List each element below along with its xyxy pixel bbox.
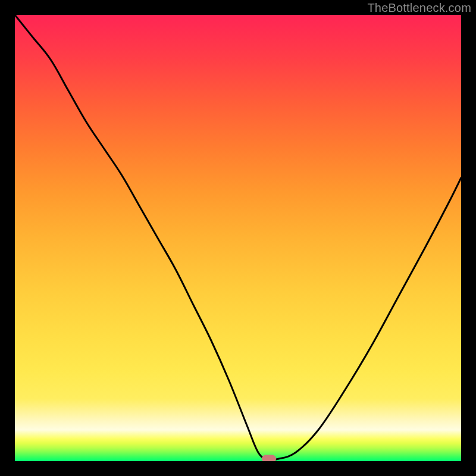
plot-area bbox=[15, 15, 461, 461]
bottleneck-curve bbox=[15, 15, 461, 460]
watermark-text: TheBottleneck.com bbox=[367, 1, 471, 15]
minimum-marker bbox=[262, 455, 276, 461]
curve-svg bbox=[15, 15, 461, 461]
chart-frame: TheBottleneck.com bbox=[0, 0, 476, 476]
